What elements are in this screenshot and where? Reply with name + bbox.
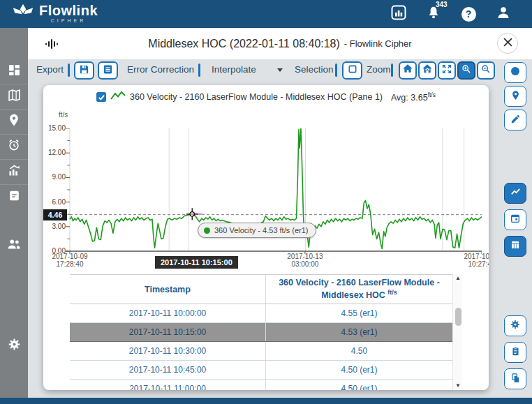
series-line-icon — [110, 91, 126, 103]
value-cell: 4.50 — [265, 342, 452, 360]
app-window: Flowlink CIPHER — [0, 0, 532, 404]
help-button[interactable]: ? — [459, 5, 478, 23]
value-cell: 4.55 (er1) — [265, 304, 452, 322]
calendar-icon — [510, 213, 521, 227]
notifications-button[interactable]: 343 — [424, 5, 443, 23]
sidebar-item-notes[interactable] — [0, 184, 28, 209]
copy-pages-icon — [510, 373, 521, 386]
refline-value-badge: 4.46 — [43, 209, 67, 220]
sidebar-item-users[interactable] — [0, 233, 28, 258]
reports-button[interactable] — [390, 5, 408, 23]
sidebar-item-settings[interactable] — [0, 333, 28, 358]
line-chart-icon — [510, 186, 522, 201]
sidebar-item-maps[interactable] — [0, 84, 28, 109]
zoom-out-button[interactable] — [477, 61, 495, 80]
users-icon — [6, 237, 22, 255]
map-icon — [7, 88, 22, 105]
site-pin-button[interactable] — [504, 86, 526, 107]
brand-name: Flowlink — [39, 3, 98, 17]
interpolate-menu[interactable]: Interpolate — [212, 64, 256, 75]
bottom-bar — [0, 398, 532, 404]
series-checkbox[interactable] — [96, 92, 106, 102]
y-tick-label: 3.00 — [45, 223, 66, 230]
brand-subtitle: CIPHER — [39, 18, 98, 23]
sidebar-item-sites[interactable] — [0, 109, 28, 134]
circle-icon — [510, 66, 521, 80]
graph-view-button[interactable] — [504, 183, 526, 204]
clipboard-button[interactable] — [504, 342, 526, 363]
table-row[interactable]: 2017-10-11 10:00:004.55 (er1) — [70, 304, 452, 323]
table-row[interactable]: 2017-10-11 11:00:004.50 (er1) — [70, 380, 452, 390]
note-icon — [8, 189, 21, 205]
clipboard-icon — [510, 346, 521, 359]
y-tick-label: 15.00 — [45, 124, 66, 132]
zoom-in-button[interactable] — [457, 61, 475, 80]
y-axis-unit-label: ft/s — [59, 111, 68, 119]
series-average: Avg: 3.65ft/s — [391, 91, 436, 103]
sidebar-item-analysis[interactable] — [0, 159, 28, 184]
scroll-up-icon[interactable]: ▲ — [453, 274, 463, 283]
scroll-down-icon[interactable]: ▼ — [453, 382, 463, 390]
table-row[interactable]: 2017-10-11 10:30:004.50 — [70, 342, 452, 361]
zoom-home-button[interactable] — [399, 61, 417, 80]
point-tool-button[interactable] — [504, 62, 526, 83]
timestamp-cell: 2017-10-11 10:00:00 — [70, 304, 265, 322]
zoom-home-reset-button[interactable] — [418, 61, 436, 80]
top-bar: Flowlink CIPHER — [0, 0, 532, 28]
value-cell: 4.53 (er1) — [265, 323, 452, 341]
datapoint-tooltip: 360 Velocity - 4.53 ft/s (er1) — [198, 223, 316, 238]
zoom-menu[interactable]: Zoom — [367, 64, 391, 75]
sidebar-item-alarms[interactable] — [0, 134, 28, 159]
selection-box-button[interactable] — [342, 61, 362, 80]
value-cell: 4.50 (er1) — [265, 380, 452, 390]
location-pin-icon — [7, 113, 21, 130]
table-scrollbar[interactable]: ▲ ▼ — [452, 274, 462, 390]
sidebar-item-dashboard[interactable] — [0, 59, 28, 84]
timestamp-cell: 2017-10-11 10:15:00 — [70, 323, 265, 341]
column-header-timestamp[interactable]: Timestamp — [70, 275, 265, 304]
close-icon — [503, 37, 512, 50]
y-tick-label: 9.00 — [45, 173, 66, 181]
timestamp-cell: 2017-10-11 10:45:00 — [70, 361, 265, 379]
copy-button[interactable] — [504, 368, 526, 389]
zoom-extents-button[interactable] — [438, 61, 456, 80]
table-view-button[interactable] — [504, 236, 526, 257]
column-header-velocity[interactable]: 360 Velocity - 2160 LaserFlow Module - M… — [265, 275, 452, 304]
calendar-view-button[interactable] — [504, 209, 526, 230]
selected-time-tooltip: 2017-10-11 10:15:00 — [155, 256, 238, 269]
timestamp-cell: 2017-10-11 11:00:00 — [70, 380, 265, 390]
save-button[interactable] — [74, 61, 94, 80]
chart-area[interactable]: ft/s 15.0012.009.006.003.000.00 4.46 201… — [43, 110, 489, 272]
selection-menu[interactable]: Selection — [295, 64, 334, 75]
error-correction-menu[interactable]: Error Correction — [127, 64, 194, 75]
table-row-selected[interactable]: 2017-10-11 10:15:004.53 (er1) — [70, 323, 452, 342]
flowlink-logo[interactable]: Flowlink CIPHER — [11, 2, 98, 24]
report-list-icon — [102, 63, 114, 78]
selection-square-icon — [347, 63, 358, 77]
chart-trend-icon — [7, 163, 22, 181]
table-icon — [510, 239, 521, 253]
chart-panel: 360 Velocity - 2160 LaserFlow Module - M… — [43, 85, 489, 390]
table-header-row: Timestamp 360 Velocity - 2160 LaserFlow … — [70, 275, 452, 304]
series-legend: 360 Velocity - 2160 LaserFlow Module - M… — [43, 91, 489, 103]
options-button[interactable] — [504, 315, 526, 336]
page-title: Middlesex HOC (2022-01-11 08:40:18) — [148, 38, 340, 50]
map-pin-icon — [510, 90, 521, 103]
close-button[interactable] — [497, 33, 518, 54]
y-tick-label: 12.00 — [45, 149, 66, 156]
x-tick-label: 2017-10-1510:27:46 — [457, 253, 489, 268]
table-row[interactable]: 2017-10-11 10:45:004.50 (er1) — [70, 361, 452, 380]
x-tick-label: 2017-10-0917:28:40 — [45, 253, 95, 268]
value-cell: 4.50 (er1) — [265, 361, 452, 379]
interpolate-caret-icon[interactable] — [277, 68, 283, 72]
edit-button[interactable] — [504, 110, 526, 130]
pencil-icon — [510, 114, 521, 127]
series-label: 360 Velocity - 2160 LaserFlow Module - M… — [130, 92, 383, 102]
home-icon — [402, 63, 413, 77]
user-menu-button[interactable] — [494, 5, 512, 23]
gear-icon — [7, 337, 22, 354]
export-report-button[interactable] — [98, 61, 118, 80]
chart-toolbar: Export Error Correc — [28, 59, 532, 82]
scrollbar-thumb[interactable] — [455, 308, 461, 326]
export-menu[interactable]: Export — [36, 64, 64, 75]
